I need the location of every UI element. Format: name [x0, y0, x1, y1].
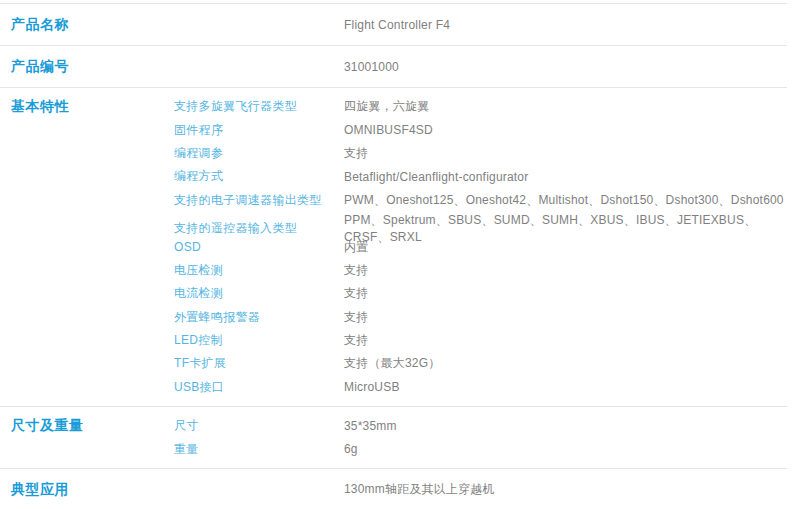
- spec-value: 6g: [344, 442, 787, 456]
- row-items: 尺寸 35*35mm 重量 6g: [174, 414, 787, 461]
- category-label: 典型应用: [11, 478, 174, 501]
- product-spec-page: 产品名称 Flight Controller F4 产品编号 31001000 …: [0, 0, 800, 509]
- spec-label: 支持多旋翼飞行器类型: [174, 98, 344, 115]
- spec-item: LED控制 支持: [174, 329, 787, 352]
- spec-label: 重量: [174, 441, 344, 458]
- spec-label: USB接口: [174, 379, 344, 396]
- spec-label: 电压检测: [174, 262, 344, 279]
- spec-value: 支持: [344, 309, 787, 326]
- spec-item: OSD 内置: [174, 235, 787, 258]
- row-items: 130mm轴距及其以上穿越机: [174, 469, 787, 509]
- spec-value: Flight Controller F4: [344, 18, 787, 32]
- spec-value: PWM、Oneshot125、Oneshot42、Multishot、Dshot…: [344, 192, 787, 209]
- spec-item: USB接口 MicroUSB: [174, 376, 787, 399]
- spec-value: 支持（最大32G）: [344, 355, 787, 372]
- spec-item: 电流检测 支持: [174, 282, 787, 305]
- spec-item: 31001000: [174, 46, 787, 87]
- spec-label: 编程方式: [174, 168, 344, 185]
- spec-section-row: 基本特性 支持多旋翼飞行器类型 四旋翼，六旋翼 固件程序 OMNIBUSF4SD…: [0, 88, 787, 407]
- spec-value: Betaflight/Cleanflight-configurator: [344, 170, 787, 184]
- spec-value: 130mm轴距及其以上穿越机: [344, 481, 787, 498]
- spec-label: 电流检测: [174, 285, 344, 302]
- spec-value: 支持: [344, 262, 787, 279]
- spec-label: LED控制: [174, 332, 344, 349]
- spec-section-row: 产品名称 Flight Controller F4: [0, 4, 787, 46]
- spec-value: 四旋翼，六旋翼: [344, 98, 787, 115]
- spec-item: Flight Controller F4: [174, 4, 787, 45]
- row-items: 支持多旋翼飞行器类型 四旋翼，六旋翼 固件程序 OMNIBUSF4SD 编程调参…: [174, 95, 787, 399]
- category-label: 产品编号: [11, 55, 174, 78]
- spec-value: 31001000: [344, 60, 787, 74]
- spec-value: 内置: [344, 239, 787, 256]
- spec-item: 130mm轴距及其以上穿越机: [174, 469, 787, 509]
- spec-label: 尺寸: [174, 417, 344, 434]
- spec-item: 尺寸 35*35mm: [174, 414, 787, 437]
- spec-value: 35*35mm: [344, 419, 787, 433]
- spec-item: TF卡扩展 支持（最大32G）: [174, 352, 787, 375]
- spec-value: 支持: [344, 145, 787, 162]
- row-items: 31001000: [174, 46, 787, 87]
- category-label: 基本特性: [11, 95, 174, 118]
- spec-value: OMNIBUSF4SD: [344, 123, 787, 137]
- spec-item: 编程方式 Betaflight/Cleanflight-configurator: [174, 165, 787, 188]
- spec-item: 支持多旋翼飞行器类型 四旋翼，六旋翼: [174, 95, 787, 118]
- category-label: 产品名称: [11, 13, 174, 36]
- spec-label: 固件程序: [174, 122, 344, 139]
- spec-section-row: 尺寸及重量 尺寸 35*35mm 重量 6g: [0, 407, 787, 469]
- spec-label: 编程调参: [174, 145, 344, 162]
- spec-table: 产品名称 Flight Controller F4 产品编号 31001000 …: [0, 3, 787, 509]
- spec-value: 支持: [344, 332, 787, 349]
- spec-item: 电压检测 支持: [174, 259, 787, 282]
- spec-item: 支持的电子调速器输出类型 PWM、Oneshot125、Oneshot42、Mu…: [174, 189, 787, 212]
- spec-item: 编程调参 支持: [174, 142, 787, 165]
- spec-section-row: 典型应用 130mm轴距及其以上穿越机: [0, 469, 787, 509]
- spec-value: MicroUSB: [344, 380, 787, 394]
- spec-label: 外置蜂鸣报警器: [174, 309, 344, 326]
- spec-item: 外置蜂鸣报警器 支持: [174, 306, 787, 329]
- category-label: 尺寸及重量: [11, 414, 174, 437]
- spec-item: 支持的遥控器输入类型 PPM、Spektrum、SBUS、SUMD、SUMH、X…: [174, 212, 787, 235]
- spec-label: 支持的电子调速器输出类型: [174, 192, 344, 209]
- spec-item: 重量 6g: [174, 437, 787, 460]
- spec-value: 支持: [344, 285, 787, 302]
- spec-label: TF卡扩展: [174, 355, 344, 372]
- row-items: Flight Controller F4: [174, 4, 787, 45]
- spec-section-row: 产品编号 31001000: [0, 46, 787, 88]
- spec-item: 固件程序 OMNIBUSF4SD: [174, 118, 787, 141]
- spec-label: OSD: [174, 240, 344, 254]
